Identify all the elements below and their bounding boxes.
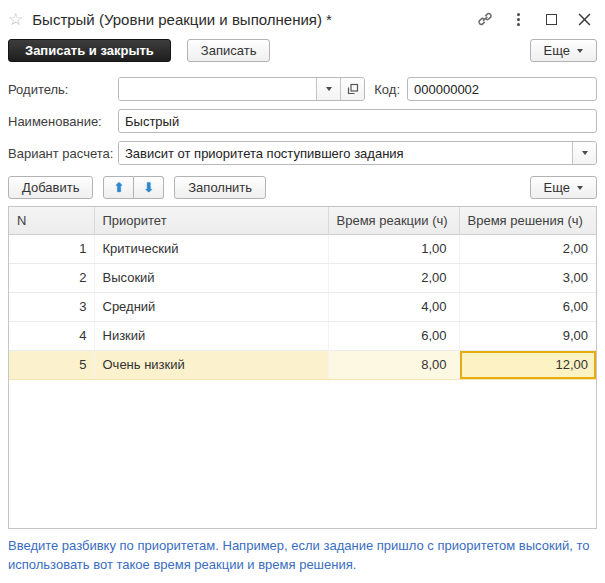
cell-priority[interactable]: Средний (94, 292, 328, 321)
table-toolbar: Добавить ⬆ ⬇ Заполнить Еще (8, 176, 597, 199)
cell-reaction-time[interactable]: 2,00 (328, 263, 459, 292)
add-row-button[interactable]: Добавить (8, 176, 93, 199)
cell-reaction-time[interactable]: 1,00 (328, 234, 459, 263)
more-menu-kebab-icon[interactable] (505, 8, 531, 30)
variant-field-row: Вариант расчета: (8, 141, 597, 165)
parent-input[interactable] (119, 78, 316, 100)
more-button-table-label: Еще (544, 180, 570, 195)
cell-reaction-time[interactable]: 6,00 (328, 321, 459, 350)
cell-resolution-time[interactable]: 6,00 (459, 292, 596, 321)
header-reaction-time[interactable]: Время реакции (ч) (328, 207, 459, 234)
arrow-up-icon: ⬆ (113, 181, 124, 194)
cell-priority[interactable]: Высокий (94, 263, 328, 292)
cell-row-number[interactable]: 2 (9, 263, 94, 292)
cell-priority[interactable]: Низкий (94, 321, 328, 350)
window-title: Быстрый (Уровни реакции и выполнения) * (32, 11, 332, 28)
favorite-star-icon[interactable]: ☆ (8, 11, 23, 28)
cell-row-number[interactable]: 5 (9, 350, 94, 379)
move-down-button[interactable]: ⬇ (134, 176, 164, 199)
fill-button[interactable]: Заполнить (174, 176, 266, 199)
parent-combobox[interactable] (118, 77, 365, 101)
table-empty-area[interactable] (9, 380, 596, 529)
code-input[interactable] (407, 77, 597, 101)
cell-resolution-time[interactable]: 9,00 (459, 321, 596, 350)
cell-row-number[interactable]: 1 (9, 234, 94, 263)
header-resolution-time[interactable]: Время решения (ч) (459, 207, 596, 234)
parent-field-row: Родитель: Код: (8, 77, 597, 101)
parent-label: Родитель: (8, 82, 118, 97)
arrow-down-icon: ⬇ (143, 181, 154, 194)
table-row: 1 Критический 1,00 2,00 (9, 234, 596, 263)
table-row: 2 Высокий 2,00 3,00 (9, 263, 596, 292)
save-and-close-button[interactable]: Записать и закрыть (8, 39, 171, 62)
variant-dropdown-button[interactable] (572, 142, 596, 164)
chevron-down-icon (326, 87, 332, 91)
cell-reaction-time[interactable]: 8,00 (328, 350, 459, 379)
title-bar: ☆ Быстрый (Уровни реакции и выполнения) … (8, 0, 597, 34)
form-window: ☆ Быстрый (Уровни реакции и выполнения) … (0, 0, 605, 583)
save-button[interactable]: Записать (187, 39, 271, 62)
cell-reaction-time[interactable]: 4,00 (328, 292, 459, 321)
more-button-top-label: Еще (544, 43, 570, 58)
cell-priority[interactable]: Очень низкий (94, 350, 328, 379)
header-priority[interactable]: Приоритет (94, 207, 328, 234)
cell-resolution-time[interactable]: 2,00 (459, 234, 596, 263)
cell-row-number[interactable]: 3 (9, 292, 94, 321)
cell-row-number[interactable]: 4 (9, 321, 94, 350)
name-field-row: Наименование: (8, 109, 597, 133)
variant-combobox[interactable] (118, 141, 597, 165)
code-label: Код: (374, 82, 400, 97)
table-row: 4 Низкий 6,00 9,00 (9, 321, 596, 350)
maximize-icon[interactable] (538, 8, 564, 30)
move-buttons-group: ⬆ ⬇ (103, 176, 164, 199)
close-icon[interactable] (571, 8, 597, 30)
move-up-button[interactable]: ⬆ (103, 176, 134, 199)
parent-dropdown-button[interactable] (316, 78, 340, 100)
variant-label: Вариант расчета: (8, 146, 118, 161)
more-button-table[interactable]: Еще (530, 176, 597, 199)
variant-input[interactable] (119, 142, 572, 164)
command-bar: Записать и закрыть Записать Еще (8, 39, 597, 62)
chevron-down-icon (577, 186, 583, 190)
table-row: 3 Средний 4,00 6,00 (9, 292, 596, 321)
chevron-down-icon (577, 49, 583, 53)
table-header-row: N Приоритет Время реакции (ч) Время реше… (9, 207, 596, 234)
table-row-selected: 5 Очень низкий 8,00 12,00 (9, 350, 596, 379)
header-n[interactable]: N (9, 207, 94, 234)
name-input[interactable] (118, 109, 597, 133)
cell-resolution-time[interactable]: 3,00 (459, 263, 596, 292)
cell-priority[interactable]: Критический (94, 234, 328, 263)
parent-open-button[interactable] (340, 78, 364, 100)
hint-text: Введите разбивку по приоритетам. Наприме… (8, 536, 597, 574)
chevron-down-icon (582, 151, 588, 155)
link-icon[interactable] (472, 8, 498, 30)
cell-resolution-time-selected[interactable]: 12,00 (459, 350, 596, 379)
priority-table: N Приоритет Время реакции (ч) Время реше… (8, 206, 597, 529)
name-label: Наименование: (8, 114, 118, 129)
more-button-top[interactable]: Еще (530, 39, 597, 62)
fields-area: Родитель: Код: Наименование: (8, 77, 597, 165)
